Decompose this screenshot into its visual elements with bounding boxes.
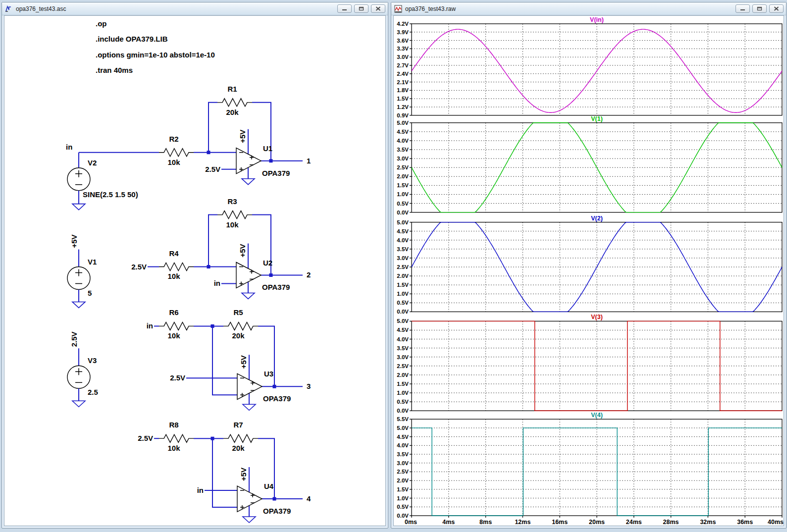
net-label[interactable]: 2 <box>307 270 311 279</box>
resistor-body[interactable] <box>223 322 258 330</box>
minimize-button[interactable] <box>337 4 352 13</box>
resistor-body[interactable] <box>217 211 252 219</box>
component-value[interactable]: 10k <box>226 220 239 229</box>
net-label[interactable]: in <box>197 486 204 494</box>
resistor-R8[interactable]: R810k <box>159 421 194 452</box>
resistor-R7[interactable]: R720k <box>223 421 258 452</box>
component-ref[interactable]: R4 <box>169 249 179 258</box>
opamp-U4[interactable]: +5VU4OPA379 <box>237 467 291 523</box>
component-value[interactable]: 2.5 <box>88 388 98 396</box>
resistor-body[interactable] <box>217 99 252 106</box>
opamp-U1[interactable]: +5VU1OPA379 <box>236 129 290 185</box>
waveform-plot-area[interactable]: V(in)4.2V3.9V3.6V3.3V3.0V2.7V2.4V2.1V1.8… <box>393 15 784 526</box>
component-ref[interactable]: U3 <box>264 370 273 378</box>
restore-button[interactable] <box>752 4 767 13</box>
component-value[interactable]: 10k <box>167 444 180 452</box>
component-value[interactable]: SINE(2.5 1.5 50) <box>83 190 138 199</box>
component-value[interactable]: 10k <box>167 158 180 166</box>
net-label[interactable]: 1 <box>307 157 311 165</box>
resistor-body[interactable] <box>159 263 194 271</box>
opamp-U2[interactable]: +5VU2OPA379 <box>236 244 290 299</box>
component-ref[interactable]: V2 <box>88 159 97 167</box>
component-ref[interactable]: R2 <box>169 135 178 143</box>
component-ref[interactable]: R7 <box>233 421 243 429</box>
voltage-source-V1[interactable]: V15+5V <box>67 234 97 308</box>
net-label[interactable]: +5V <box>239 468 248 481</box>
resistor-body[interactable] <box>159 322 194 330</box>
net-label[interactable]: in <box>214 279 220 287</box>
component-value[interactable]: OPA379 <box>262 169 290 177</box>
close-button[interactable] <box>769 4 784 13</box>
component-value[interactable]: 20k <box>226 108 239 116</box>
restore-button[interactable] <box>354 4 368 13</box>
component-value[interactable]: 10k <box>167 331 180 340</box>
component-value[interactable]: 10k <box>167 272 180 280</box>
component-value[interactable]: 5 <box>88 289 92 297</box>
net-label[interactable]: 2.5V <box>70 332 78 347</box>
component-value[interactable]: 20k <box>232 444 245 452</box>
schematic-canvas[interactable]: .op.include OPA379.LIB.options gmin=1e-1… <box>4 15 386 526</box>
component-value[interactable]: OPA379 <box>262 283 290 291</box>
schematic-window-titlebar[interactable]: opa376_test43.asc <box>2 2 388 15</box>
component-value[interactable]: OPA379 <box>263 507 291 515</box>
resistor-body[interactable] <box>159 434 194 442</box>
component-ref[interactable]: R5 <box>233 308 243 317</box>
wire[interactable] <box>209 103 217 153</box>
trace-title[interactable]: V(4) <box>591 412 603 419</box>
ground-symbol[interactable] <box>242 179 255 185</box>
trace-title[interactable]: V(in) <box>590 16 604 23</box>
net-label[interactable]: 4 <box>307 494 311 503</box>
component-value[interactable]: OPA379 <box>263 394 291 403</box>
wire[interactable] <box>209 215 217 267</box>
net-label[interactable]: +5V <box>238 130 247 143</box>
component-value[interactable]: 20k <box>232 331 245 340</box>
component-ref[interactable]: U4 <box>264 482 274 490</box>
component-ref[interactable]: R1 <box>227 85 237 93</box>
component-ref[interactable]: U2 <box>263 259 272 267</box>
net-label[interactable]: 3 <box>307 382 311 390</box>
resistor-R2[interactable]: R210k <box>159 135 194 166</box>
close-button[interactable] <box>371 4 385 13</box>
component-ref[interactable]: V3 <box>88 356 97 365</box>
net-label[interactable]: 2.5V <box>205 165 220 173</box>
net-label[interactable]: 2.5V <box>138 434 153 442</box>
net-label[interactable]: 2.5V <box>131 263 147 271</box>
plot-pane-v4[interactable]: V(4)5.5V5.0V4.5V4.0V3.5V3.0V2.5V2.0V1.5V… <box>397 412 782 519</box>
spice-directive[interactable]: .op <box>96 19 106 28</box>
resistor-R6[interactable]: R610k <box>159 308 194 340</box>
component-ref[interactable]: V1 <box>88 258 97 266</box>
ground-symbol[interactable] <box>242 293 255 299</box>
trace-title[interactable]: V(3) <box>591 314 603 320</box>
ground-symbol[interactable] <box>243 517 256 523</box>
component-ref[interactable]: R6 <box>169 308 178 317</box>
voltage-source-V3[interactable]: V32.52.5V <box>67 332 98 407</box>
trace-title[interactable]: V(2) <box>591 215 603 222</box>
ground-symbol[interactable] <box>72 302 85 308</box>
resistor-body[interactable] <box>223 434 258 442</box>
component-ref[interactable]: R8 <box>169 421 178 429</box>
ground-symbol[interactable] <box>72 401 85 407</box>
net-label[interactable]: +5V <box>70 234 78 248</box>
component-ref[interactable]: R3 <box>227 197 237 206</box>
net-label[interactable]: in <box>147 321 153 330</box>
spice-directive[interactable]: .tran 40ms <box>96 66 133 74</box>
ground-symbol[interactable] <box>243 404 256 410</box>
minimize-button[interactable] <box>735 4 750 13</box>
net-label[interactable]: +5V <box>239 355 248 369</box>
resistor-R1[interactable]: R120k <box>217 85 252 116</box>
net-label[interactable]: 2.5V <box>170 373 185 382</box>
resistor-body[interactable] <box>159 149 194 157</box>
resistor-R3[interactable]: R310k <box>217 197 252 229</box>
waveform-window-titlebar[interactable]: opa376_test43.raw <box>391 2 786 15</box>
net-label[interactable]: in <box>66 143 72 151</box>
spice-directive[interactable]: .include OPA379.LIB <box>96 35 168 43</box>
spice-directive[interactable]: .options gmin=1e-10 abstol=1e-10 <box>96 51 215 59</box>
plot-pane-v1[interactable]: V(1)5.0V4.5V4.0V3.5V3.0V2.5V2.0V1.5V1.0V… <box>397 115 782 215</box>
resistor-R5[interactable]: R520k <box>223 308 258 340</box>
plot-pane-v2[interactable]: V(2)5.0V4.5V4.0V3.5V3.0V2.5V2.0V1.5V1.0V… <box>397 215 782 315</box>
ground-symbol[interactable] <box>72 204 85 210</box>
resistor-R4[interactable]: R410k <box>159 249 194 281</box>
opamp-U3[interactable]: +5VU3OPA379 <box>237 355 291 410</box>
plot-pane-v3[interactable]: V(3)5.0V4.5V4.0V3.5V3.0V2.5V2.0V1.5V1.0V… <box>397 314 782 414</box>
net-label[interactable]: +5V <box>238 244 247 257</box>
